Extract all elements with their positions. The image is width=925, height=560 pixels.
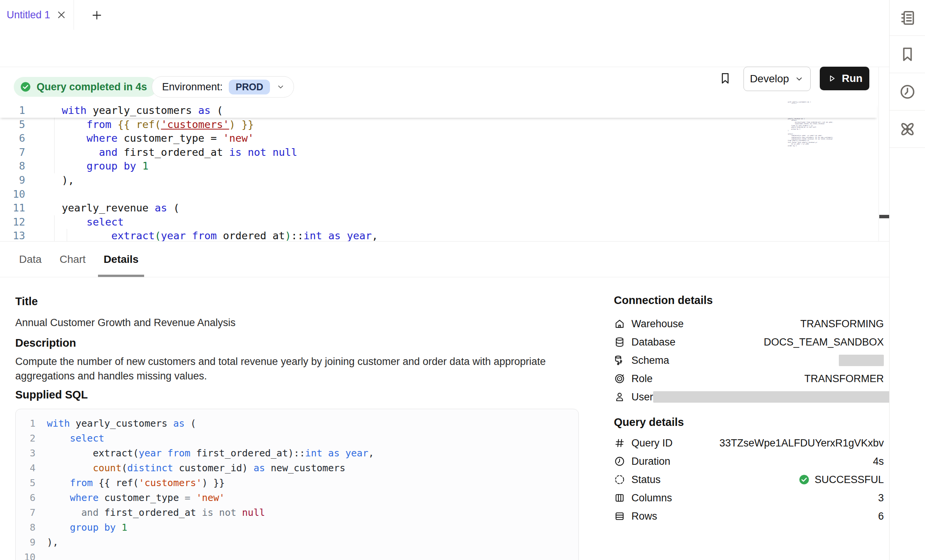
code-token: not [248,146,267,158]
chevron-down-icon [276,82,285,91]
new-tab-button[interactable] [91,9,103,21]
run-button[interactable]: Run [820,67,869,90]
editor-line: 6 where customer_type = 'new' [0,131,877,146]
sql-line: 3 extract(year from first_ordered_at)::i… [16,446,578,461]
indent-guide [54,118,55,132]
editor-tab-bar: Untitled 1 [0,0,889,30]
query-status-text: Query completed in 4s [37,81,147,93]
code-token: extract [111,230,155,242]
line-number: 3 [16,446,35,461]
code-token: from [167,448,190,459]
query-row-columns: Columns3 [614,489,884,507]
sidebar-button-notebook[interactable] [890,0,925,36]
code-line: from {{ ref('customers') }} [47,477,225,488]
code-token: , [368,448,374,459]
row-value [839,355,884,366]
environment-label: Environment: [162,81,223,93]
connection-row-user: User [614,388,884,406]
play-icon [827,73,837,84]
value-text: 4s [873,456,884,467]
title-value: Annual Customer Growth and Revenue Analy… [15,315,236,330]
code-token: = [185,492,190,503]
columns-icon [614,492,625,504]
tab-untitled-1[interactable]: Untitled 1 [0,0,74,30]
results-tab-bar: DataChartDetails [0,242,903,277]
code-token: distinct [127,462,173,474]
database-icon [614,336,625,348]
bookmark-button[interactable] [718,72,732,85]
code-token: ordered_at [217,230,285,242]
tab-chart[interactable]: Chart [54,242,91,277]
sidebar-button-bookmark[interactable] [890,36,925,73]
code-token: where [87,132,117,144]
code-token [236,507,242,518]
sidebar-button-semantic-layer[interactable] [890,110,925,148]
redacted-value [839,355,884,366]
editor-scrollbar-thumb[interactable] [879,215,889,218]
line-number: 2 [16,431,35,446]
query-status-pill: Query completed in 4s [14,77,157,97]
line-number: 12 [0,215,25,229]
code-token: is [229,146,242,158]
row-value: 33TZseWpe1ALFDUYerxR1gVKxbv [719,437,884,449]
line-number: 9 [16,535,35,550]
code-line: where customer_type = 'new' [62,132,254,144]
line-number: 9 [0,173,25,187]
code-line: group by 1 [47,522,127,533]
line-number: 8 [16,520,35,535]
supplied-sql-block: 1with yearly_customers as (2 select3 ext… [15,409,579,560]
code-token: ), [62,174,74,186]
sidebar-button-history[interactable] [890,73,925,110]
code-token: year [347,230,372,242]
develop-dropdown[interactable]: Develop [744,67,811,91]
environment-badge: PROD [229,80,270,94]
code-token: from [192,230,217,242]
code-token: first_ordered_at):: [190,448,305,459]
code-line: and first_ordered_at is not null [47,507,265,518]
row-value: 3 [878,492,884,504]
code-token: {{ ref( [93,477,138,488]
code-line: yearly_revenue as ( [62,202,180,214]
code-token: with [62,104,87,116]
code-token [47,507,81,518]
code-token: ) }} [229,118,254,130]
tab-data[interactable]: Data [13,242,47,277]
code-token: count [93,462,121,474]
code-token: as [155,202,167,214]
code-line: with yearly_customers as ( [47,418,196,429]
sql-line: 6 where customer_type = 'new' [16,490,578,505]
description-heading: Description [15,337,76,349]
tab-details[interactable]: Details [98,242,145,277]
indent-guide [54,131,55,146]
code-token: ( [122,462,127,474]
code-token [47,492,70,503]
editor-scrollbar[interactable] [878,67,889,241]
code-line: extract(year from ordered_at)::int as ye… [62,230,378,242]
code-token [62,146,99,158]
spinner-icon [614,474,625,485]
query-row-rows: Rows6 [614,507,884,525]
code-token [116,522,122,533]
value-text: DOCS_TEAM_SANDBOX [764,336,884,348]
value-text: 3 [878,492,884,504]
toolbar: Develop Run [0,30,889,67]
redacted-value [653,391,891,403]
code-token: null [273,146,297,158]
sql-editor[interactable]: 1with yearly_customers as (5 from {{ ref… [0,104,877,243]
code-token [241,146,247,158]
code-line: extract(year from first_ordered_at)::int… [47,448,374,459]
row-label: User [631,391,653,403]
line-number: 10 [16,550,35,560]
code-token: yearly_revenue [62,202,155,214]
code-token: where [70,492,98,503]
value-text: TRANSFORMING [800,318,884,330]
code-token: by [104,522,116,533]
code-token: ( [167,202,180,214]
code-token [47,462,93,474]
line-number: 5 [0,118,25,132]
code-token: group [70,522,98,533]
description-value: Compute the number of new customers and … [15,354,549,383]
close-tab-icon[interactable] [56,9,67,21]
code-line: group by 1 [62,160,149,172]
environment-selector[interactable]: Environment: PROD [152,76,294,98]
